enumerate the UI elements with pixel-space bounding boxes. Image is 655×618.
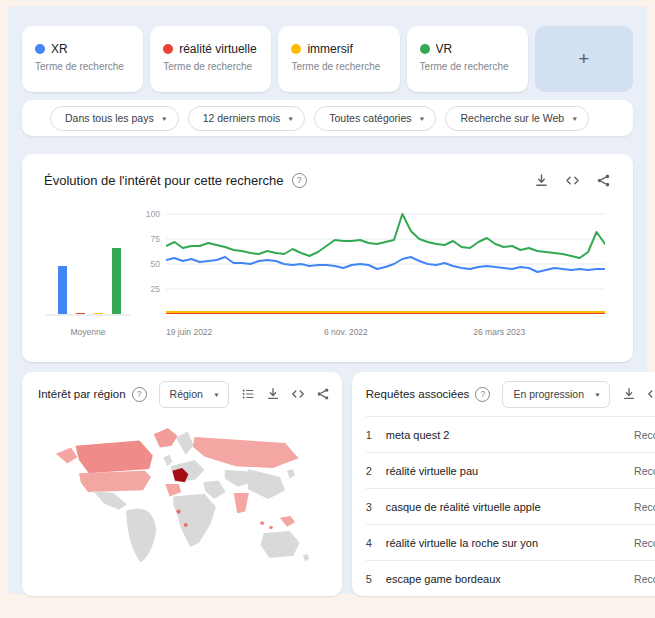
embed-icon[interactable]	[565, 173, 580, 188]
query-rank: 4	[366, 537, 378, 549]
term-type-label: Terme de recherche	[291, 61, 389, 72]
share-icon[interactable]	[596, 173, 611, 188]
embed-icon[interactable]	[291, 387, 305, 401]
query-badge: Record	[634, 573, 655, 585]
x-tick: 19 juin 2022	[166, 327, 212, 337]
queries-sort-dropdown[interactable]: En progression ▼	[502, 381, 610, 408]
y-tick: 100	[136, 209, 160, 219]
query-text[interactable]: réalité virtuelle la roche sur yon	[386, 537, 626, 549]
help-icon[interactable]: ?	[475, 387, 490, 402]
chevron-down-icon: ▼	[594, 391, 601, 397]
related-query-row[interactable]: 5 escape game bordeaux Record ⋮	[366, 561, 655, 596]
plus-icon: +	[578, 48, 589, 70]
chevron-down-icon: ▼	[419, 115, 426, 121]
chevron-down-icon: ▼	[287, 115, 294, 121]
category-filter-label: Toutes catégories	[329, 112, 411, 124]
geo-filter-dropdown[interactable]: Dans tous les pays ▼	[50, 106, 179, 131]
related-query-row[interactable]: 1 meta quest 2 Record ⋮	[366, 417, 655, 453]
related-queries-list: 1 meta quest 2 Record ⋮ 2 réalité virtue…	[366, 416, 655, 596]
download-icon[interactable]	[622, 387, 636, 401]
term-chip-immersif[interactable]: immersif Terme de recherche	[278, 26, 399, 92]
y-tick: 75	[136, 234, 160, 244]
related-query-row[interactable]: 4 réalité virtuelle la roche sur yon Rec…	[366, 525, 655, 561]
term-type-label: Terme de recherche	[163, 61, 261, 72]
download-icon[interactable]	[534, 173, 549, 188]
term-type-label: Terme de recherche	[35, 61, 133, 72]
y-tick: 25	[136, 284, 160, 294]
region-dropdown-label: Région	[170, 388, 203, 400]
chevron-down-icon: ▼	[161, 115, 168, 121]
x-axis-dates: 19 juin 2022 6 nov. 2022 26 mars 2023	[166, 326, 605, 340]
property-filter-dropdown[interactable]: Recherche sur le Web ▼	[445, 106, 589, 131]
term-type-label: Terme de recherche	[420, 61, 518, 72]
embed-icon[interactable]	[647, 387, 655, 401]
related-query-row[interactable]: 3 casque de réalité virtuelle apple Reco…	[366, 489, 655, 525]
average-label: Moyenne	[44, 327, 132, 337]
trends-page: XR Terme de recherche réalité virtuelle …	[8, 6, 647, 594]
chevron-down-icon: ▼	[571, 115, 578, 121]
interest-by-region-card: Intérêt par région ? Région ▼	[22, 372, 342, 596]
world-map[interactable]	[38, 416, 330, 580]
term-label: immersif	[307, 42, 352, 56]
query-badge: Record	[634, 465, 655, 477]
query-text[interactable]: casque de réalité virtuelle apple	[386, 501, 626, 513]
term-label: XR	[51, 42, 68, 56]
filter-bar: Dans tous les pays ▼ 12 derniers mois ▼ …	[22, 100, 633, 136]
geo-filter-label: Dans tous les pays	[65, 112, 154, 124]
query-rank: 2	[366, 465, 378, 477]
term-color-dot	[35, 44, 45, 54]
query-badge: Record	[634, 429, 655, 441]
query-text[interactable]: meta quest 2	[386, 429, 626, 441]
region-card-title: Intérêt par région	[38, 388, 126, 400]
related-queries-card: Requêtes associées ? En progression ▼	[352, 372, 655, 596]
query-rank: 3	[366, 501, 378, 513]
x-tick: 6 nov. 2022	[324, 327, 368, 337]
list-view-icon[interactable]	[241, 387, 255, 401]
share-icon[interactable]	[316, 387, 330, 401]
queries-dropdown-label: En progression	[513, 388, 584, 400]
term-chip-xr[interactable]: XR Terme de recherche	[22, 26, 143, 92]
help-icon[interactable]: ?	[292, 173, 307, 188]
related-query-row[interactable]: 2 réalité virtuelle pau Record ⋮	[366, 453, 655, 489]
term-label: réalité virtuelle	[179, 42, 256, 56]
search-terms-row: XR Terme de recherche réalité virtuelle …	[22, 26, 633, 92]
property-filter-label: Recherche sur le Web	[460, 112, 564, 124]
trend-chart[interactable]: Moyenne 100 75 50 25 19 juin 2022 6 nov.…	[44, 206, 611, 340]
term-chip-vr[interactable]: VR Terme de recherche	[407, 26, 528, 92]
time-filter-label: 12 derniers mois	[203, 112, 281, 124]
x-tick: 26 mars 2023	[473, 327, 525, 337]
query-rank: 5	[366, 573, 378, 585]
download-icon[interactable]	[266, 387, 280, 401]
query-rank: 1	[366, 429, 378, 441]
term-color-dot	[291, 44, 301, 54]
add-term-button[interactable]: +	[535, 26, 633, 92]
time-filter-dropdown[interactable]: 12 derniers mois ▼	[188, 106, 306, 131]
query-text[interactable]: réalité virtuelle pau	[386, 465, 626, 477]
interest-over-time-card: Évolution de l'intérêt pour cette recher…	[22, 154, 633, 362]
term-color-dot	[163, 44, 173, 54]
region-level-dropdown[interactable]: Région ▼	[159, 381, 229, 408]
category-filter-dropdown[interactable]: Toutes catégories ▼	[314, 106, 436, 131]
queries-card-title: Requêtes associées	[366, 388, 470, 400]
help-icon[interactable]: ?	[132, 387, 147, 402]
query-badge: Record	[634, 501, 655, 513]
query-text[interactable]: escape game bordeaux	[386, 573, 626, 585]
chevron-down-icon: ▼	[213, 391, 220, 397]
line-plot[interactable]: 100 75 50 25 19 juin 2022 6 nov. 2022 26…	[166, 208, 605, 340]
average-bars: Moyenne	[44, 208, 132, 340]
term-chip-realite-virtuelle[interactable]: réalité virtuelle Terme de recherche	[150, 26, 271, 92]
query-badge: Record	[634, 537, 655, 549]
term-label: VR	[436, 42, 453, 56]
y-tick: 50	[136, 259, 160, 269]
term-color-dot	[420, 44, 430, 54]
chart-title: Évolution de l'intérêt pour cette recher…	[44, 173, 284, 188]
